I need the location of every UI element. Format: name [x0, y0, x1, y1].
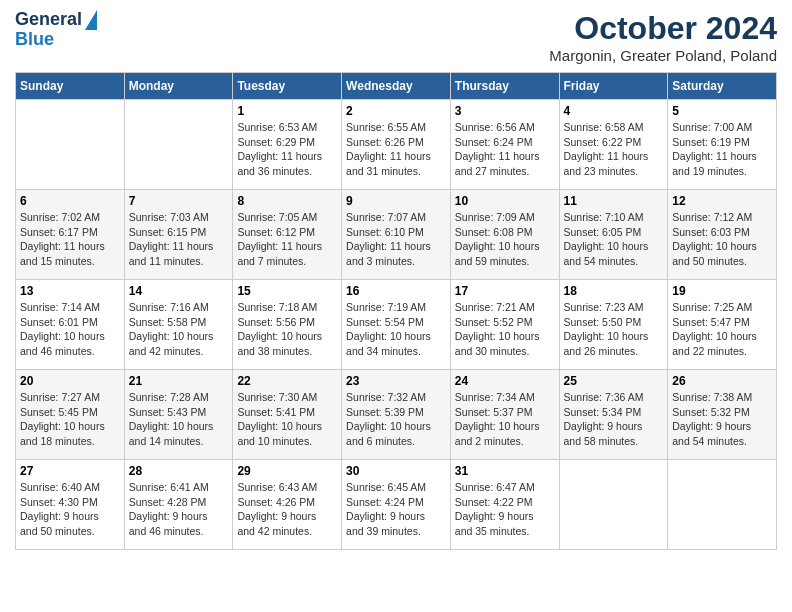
calendar-day-cell: 17Sunrise: 7:21 AMSunset: 5:52 PMDayligh…	[450, 280, 559, 370]
calendar-day-cell: 12Sunrise: 7:12 AMSunset: 6:03 PMDayligh…	[668, 190, 777, 280]
day-number: 27	[20, 464, 120, 478]
day-number: 5	[672, 104, 772, 118]
day-info: Sunrise: 6:45 AMSunset: 4:24 PMDaylight:…	[346, 480, 446, 539]
calendar-day-cell: 24Sunrise: 7:34 AMSunset: 5:37 PMDayligh…	[450, 370, 559, 460]
calendar-day-cell: 5Sunrise: 7:00 AMSunset: 6:19 PMDaylight…	[668, 100, 777, 190]
calendar-day-cell: 27Sunrise: 6:40 AMSunset: 4:30 PMDayligh…	[16, 460, 125, 550]
day-number: 8	[237, 194, 337, 208]
day-info: Sunrise: 7:03 AMSunset: 6:15 PMDaylight:…	[129, 210, 229, 269]
day-info: Sunrise: 6:58 AMSunset: 6:22 PMDaylight:…	[564, 120, 664, 179]
day-info: Sunrise: 7:19 AMSunset: 5:54 PMDaylight:…	[346, 300, 446, 359]
calendar-day-cell: 22Sunrise: 7:30 AMSunset: 5:41 PMDayligh…	[233, 370, 342, 460]
calendar-day-cell: 13Sunrise: 7:14 AMSunset: 6:01 PMDayligh…	[16, 280, 125, 370]
calendar-week-row: 13Sunrise: 7:14 AMSunset: 6:01 PMDayligh…	[16, 280, 777, 370]
day-info: Sunrise: 7:07 AMSunset: 6:10 PMDaylight:…	[346, 210, 446, 269]
day-info: Sunrise: 6:53 AMSunset: 6:29 PMDaylight:…	[237, 120, 337, 179]
day-number: 24	[455, 374, 555, 388]
day-number: 6	[20, 194, 120, 208]
day-info: Sunrise: 6:55 AMSunset: 6:26 PMDaylight:…	[346, 120, 446, 179]
calendar-day-cell: 16Sunrise: 7:19 AMSunset: 5:54 PMDayligh…	[342, 280, 451, 370]
day-info: Sunrise: 6:41 AMSunset: 4:28 PMDaylight:…	[129, 480, 229, 539]
day-info: Sunrise: 7:14 AMSunset: 6:01 PMDaylight:…	[20, 300, 120, 359]
month-title: October 2024	[549, 10, 777, 47]
page-header: General Blue October 2024 Margonin, Grea…	[15, 10, 777, 64]
calendar-day-cell: 14Sunrise: 7:16 AMSunset: 5:58 PMDayligh…	[124, 280, 233, 370]
day-number: 11	[564, 194, 664, 208]
day-of-week-header: Wednesday	[342, 73, 451, 100]
calendar-week-row: 27Sunrise: 6:40 AMSunset: 4:30 PMDayligh…	[16, 460, 777, 550]
calendar-day-cell: 31Sunrise: 6:47 AMSunset: 4:22 PMDayligh…	[450, 460, 559, 550]
calendar-day-cell	[124, 100, 233, 190]
day-info: Sunrise: 6:43 AMSunset: 4:26 PMDaylight:…	[237, 480, 337, 539]
day-number: 2	[346, 104, 446, 118]
calendar-day-cell: 29Sunrise: 6:43 AMSunset: 4:26 PMDayligh…	[233, 460, 342, 550]
logo: General Blue	[15, 10, 97, 50]
calendar-day-cell: 15Sunrise: 7:18 AMSunset: 5:56 PMDayligh…	[233, 280, 342, 370]
calendar-day-cell	[16, 100, 125, 190]
day-number: 12	[672, 194, 772, 208]
day-number: 17	[455, 284, 555, 298]
day-number: 9	[346, 194, 446, 208]
day-info: Sunrise: 7:02 AMSunset: 6:17 PMDaylight:…	[20, 210, 120, 269]
calendar-day-cell: 3Sunrise: 6:56 AMSunset: 6:24 PMDaylight…	[450, 100, 559, 190]
title-block: October 2024 Margonin, Greater Poland, P…	[549, 10, 777, 64]
calendar-table: SundayMondayTuesdayWednesdayThursdayFrid…	[15, 72, 777, 550]
day-info: Sunrise: 7:34 AMSunset: 5:37 PMDaylight:…	[455, 390, 555, 449]
calendar-day-cell: 9Sunrise: 7:07 AMSunset: 6:10 PMDaylight…	[342, 190, 451, 280]
day-info: Sunrise: 7:32 AMSunset: 5:39 PMDaylight:…	[346, 390, 446, 449]
calendar-day-cell: 20Sunrise: 7:27 AMSunset: 5:45 PMDayligh…	[16, 370, 125, 460]
calendar-day-cell: 1Sunrise: 6:53 AMSunset: 6:29 PMDaylight…	[233, 100, 342, 190]
day-number: 19	[672, 284, 772, 298]
day-info: Sunrise: 7:30 AMSunset: 5:41 PMDaylight:…	[237, 390, 337, 449]
calendar-day-cell: 21Sunrise: 7:28 AMSunset: 5:43 PMDayligh…	[124, 370, 233, 460]
day-number: 28	[129, 464, 229, 478]
day-info: Sunrise: 6:40 AMSunset: 4:30 PMDaylight:…	[20, 480, 120, 539]
logo-text-general: General	[15, 10, 82, 30]
day-info: Sunrise: 6:47 AMSunset: 4:22 PMDaylight:…	[455, 480, 555, 539]
day-info: Sunrise: 7:00 AMSunset: 6:19 PMDaylight:…	[672, 120, 772, 179]
day-number: 31	[455, 464, 555, 478]
day-number: 10	[455, 194, 555, 208]
day-number: 3	[455, 104, 555, 118]
calendar-week-row: 1Sunrise: 6:53 AMSunset: 6:29 PMDaylight…	[16, 100, 777, 190]
day-of-week-header: Sunday	[16, 73, 125, 100]
day-number: 25	[564, 374, 664, 388]
day-of-week-header: Tuesday	[233, 73, 342, 100]
day-info: Sunrise: 7:38 AMSunset: 5:32 PMDaylight:…	[672, 390, 772, 449]
day-number: 21	[129, 374, 229, 388]
calendar-day-cell: 23Sunrise: 7:32 AMSunset: 5:39 PMDayligh…	[342, 370, 451, 460]
calendar-day-cell: 2Sunrise: 6:55 AMSunset: 6:26 PMDaylight…	[342, 100, 451, 190]
calendar-day-cell	[668, 460, 777, 550]
calendar-day-cell: 6Sunrise: 7:02 AMSunset: 6:17 PMDaylight…	[16, 190, 125, 280]
day-number: 22	[237, 374, 337, 388]
calendar-day-cell: 8Sunrise: 7:05 AMSunset: 6:12 PMDaylight…	[233, 190, 342, 280]
day-number: 14	[129, 284, 229, 298]
calendar-day-cell: 26Sunrise: 7:38 AMSunset: 5:32 PMDayligh…	[668, 370, 777, 460]
day-number: 23	[346, 374, 446, 388]
day-of-week-header: Saturday	[668, 73, 777, 100]
day-number: 30	[346, 464, 446, 478]
day-info: Sunrise: 7:09 AMSunset: 6:08 PMDaylight:…	[455, 210, 555, 269]
day-number: 1	[237, 104, 337, 118]
day-info: Sunrise: 7:18 AMSunset: 5:56 PMDaylight:…	[237, 300, 337, 359]
day-info: Sunrise: 7:27 AMSunset: 5:45 PMDaylight:…	[20, 390, 120, 449]
day-info: Sunrise: 7:36 AMSunset: 5:34 PMDaylight:…	[564, 390, 664, 449]
day-info: Sunrise: 7:16 AMSunset: 5:58 PMDaylight:…	[129, 300, 229, 359]
logo-text-blue: Blue	[15, 30, 54, 50]
day-of-week-header: Friday	[559, 73, 668, 100]
day-info: Sunrise: 7:28 AMSunset: 5:43 PMDaylight:…	[129, 390, 229, 449]
calendar-day-cell: 18Sunrise: 7:23 AMSunset: 5:50 PMDayligh…	[559, 280, 668, 370]
day-number: 7	[129, 194, 229, 208]
day-info: Sunrise: 6:56 AMSunset: 6:24 PMDaylight:…	[455, 120, 555, 179]
day-info: Sunrise: 7:25 AMSunset: 5:47 PMDaylight:…	[672, 300, 772, 359]
day-number: 4	[564, 104, 664, 118]
day-of-week-header: Monday	[124, 73, 233, 100]
day-of-week-header: Thursday	[450, 73, 559, 100]
day-number: 26	[672, 374, 772, 388]
location-subtitle: Margonin, Greater Poland, Poland	[549, 47, 777, 64]
calendar-week-row: 20Sunrise: 7:27 AMSunset: 5:45 PMDayligh…	[16, 370, 777, 460]
calendar-day-cell: 19Sunrise: 7:25 AMSunset: 5:47 PMDayligh…	[668, 280, 777, 370]
day-number: 18	[564, 284, 664, 298]
calendar-day-cell: 10Sunrise: 7:09 AMSunset: 6:08 PMDayligh…	[450, 190, 559, 280]
day-number: 20	[20, 374, 120, 388]
